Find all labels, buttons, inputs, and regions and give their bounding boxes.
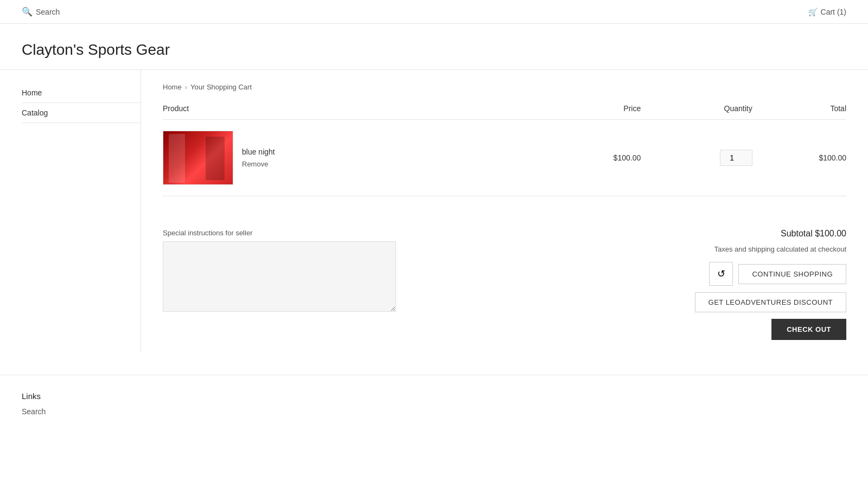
checkout-button[interactable]: CHECK OUT [771, 319, 846, 340]
subtotal-value: $100.00 [815, 229, 846, 238]
footer: Links Search [0, 375, 868, 432]
search-trigger[interactable]: 🔍 Search [22, 7, 60, 17]
col-header-price: Price [547, 104, 641, 120]
footer-links-title: Links [22, 391, 846, 401]
col-header-total: Total [752, 104, 846, 120]
breadcrumb-separator: › [185, 83, 187, 91]
site-title: Clayton's Sports Gear [22, 41, 846, 59]
cart-link[interactable]: 🛒 Cart (1) [808, 8, 846, 16]
site-title-section: Clayton's Sports Gear [0, 24, 868, 70]
product-cell: blue night Remove [163, 131, 547, 185]
search-text: Search [36, 8, 60, 16]
special-instructions-label: Special instructions for seller [163, 229, 396, 237]
special-instructions-section: Special instructions for seller [163, 229, 396, 313]
sidebar-item-home[interactable]: Home [22, 83, 141, 103]
breadcrumb-home-link[interactable]: Home [163, 83, 182, 91]
checkout-row: CHECK OUT [695, 319, 846, 340]
cart-table: Product Price Quantity Total blue ni [163, 104, 846, 196]
cart-icon: 🛒 [808, 8, 818, 16]
special-instructions-textarea[interactable] [163, 241, 396, 312]
cart-count-label: Cart (1) [821, 8, 846, 16]
breadcrumb: Home › Your Shopping Cart [163, 83, 846, 91]
col-header-product: Product [163, 104, 547, 120]
product-name: blue night [242, 147, 275, 156]
product-image [163, 131, 233, 185]
item-total: $100.00 [819, 153, 846, 162]
sidebar: Home Catalog [22, 70, 141, 353]
table-row: blue night Remove $100.00 $100.00 [163, 120, 846, 196]
breadcrumb-current: Your Shopping Cart [190, 83, 252, 91]
content: Home › Your Shopping Cart Product Price … [141, 70, 846, 353]
quantity-input[interactable] [720, 150, 752, 166]
header: 🔍 Search 🛒 Cart (1) [0, 0, 868, 24]
main-layout: Home Catalog Home › Your Shopping Cart P… [0, 70, 868, 353]
subtotal-row: Subtotal $100.00 [781, 229, 846, 239]
refresh-button[interactable]: ↺ [709, 262, 733, 286]
taxes-note: Taxes and shipping calculated at checkou… [714, 245, 846, 253]
subtotal-label: Subtotal [781, 229, 813, 238]
col-header-quantity: Quantity [641, 104, 752, 120]
continue-shopping-button[interactable]: CONTINUE SHOPPING [738, 264, 846, 284]
cart-actions: ↺ CONTINUE SHOPPING [709, 262, 846, 286]
refresh-icon: ↺ [717, 268, 725, 280]
sidebar-item-catalog[interactable]: Catalog [22, 103, 141, 123]
search-icon: 🔍 [22, 7, 33, 17]
discount-button[interactable]: GET LEOADVENTURES DISCOUNT [695, 292, 846, 312]
footer-search-link[interactable]: Search [22, 407, 46, 416]
cart-summary: Subtotal $100.00 Taxes and shipping calc… [695, 229, 846, 340]
discount-row: GET LEOADVENTURES DISCOUNT [695, 292, 846, 312]
remove-link[interactable]: Remove [242, 160, 268, 168]
product-info: blue night Remove [242, 147, 275, 168]
item-price: $100.00 [614, 153, 641, 162]
